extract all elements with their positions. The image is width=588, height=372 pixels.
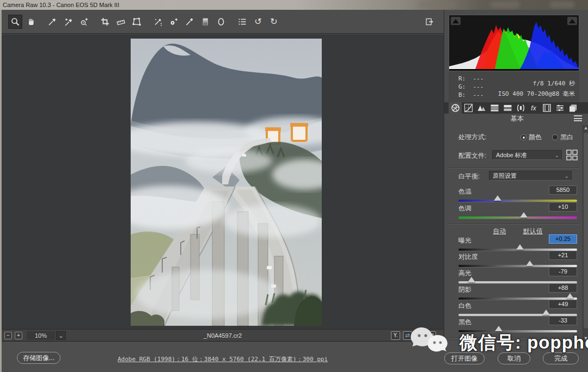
tab-lens-corrections[interactable] (514, 102, 527, 114)
tab-split-toning[interactable] (501, 102, 514, 114)
zoom-tool-icon[interactable] (8, 15, 22, 29)
straighten-tool-icon[interactable] (114, 15, 128, 29)
white-balance-tool-icon[interactable] (45, 15, 59, 29)
process-row: 处理方式: 颜色 黑白 (458, 133, 577, 142)
photo-preview[interactable] (131, 39, 322, 326)
tab-camera-calibration[interactable] (540, 102, 553, 114)
rotate-right-icon[interactable]: ↻ (267, 15, 281, 29)
tab-hsl-grayscale[interactable] (488, 102, 501, 114)
tint-slider-row: 色调 +10 (458, 204, 577, 213)
tint-value[interactable]: +10 (549, 202, 577, 212)
preview-bottom-strip: − + 10% ⌄ _N0A4597.cr2 Y. ⇄ ⇥ ▣ (2, 329, 444, 342)
highlights-value[interactable]: -79 (549, 267, 577, 276)
workflow-options-link[interactable]: Adobe RGB (1998)；16 位；3840 x 5760 (22.1 … (118, 356, 328, 363)
targeted-adjustment-tool-icon[interactable] (77, 15, 91, 29)
tab-snapshots[interactable] (566, 102, 579, 114)
iso-lens-label: ISO 400 70-200@88 毫米 (498, 89, 575, 99)
toolbar: ↺ ↻ (2, 10, 444, 34)
adjustment-brush-tool-icon[interactable] (182, 15, 197, 29)
rotate-left-icon[interactable]: ↺ (251, 15, 265, 29)
blurred-region (550, 1, 574, 8)
tab-presets[interactable] (553, 102, 566, 114)
cancel-button[interactable]: 取消 (498, 352, 530, 364)
white-balance-dropdown[interactable]: 原照设置⌄ (489, 171, 572, 181)
camera-raw-window: ↺ ↻ (0, 10, 588, 372)
exposure-slider-row: 曝光 +0.25 (458, 236, 577, 245)
b-value: --- (473, 91, 484, 98)
panel-scrollbar[interactable]: ▲ ▼ (583, 125, 588, 342)
blacks-slider[interactable] (458, 330, 577, 332)
auto-link[interactable]: 自动 (493, 227, 506, 235)
histogram[interactable] (449, 15, 579, 71)
basic-panel: 处理方式: 颜色 黑白 配置文件: Adobe 标准⌄ (444, 124, 581, 343)
copy-settings-button[interactable]: ⇥ (415, 331, 424, 340)
highlights-slider-row: 高光 -79 (458, 269, 577, 278)
window-title: Camera Raw 10.3 - Canon EOS 5D Mark III (3, 2, 119, 8)
done-button[interactable]: 完成 (543, 352, 579, 364)
spot-removal-tool-icon[interactable] (151, 15, 165, 29)
fullscreen-toggle-icon[interactable] (422, 15, 436, 29)
contrast-slider-row: 对比度 +21 (458, 252, 577, 262)
shadows-value[interactable]: +88 (549, 283, 577, 293)
radio-unselected-icon[interactable] (552, 134, 558, 140)
blurred-region (490, 1, 520, 8)
profile-row: 配置文件: Adobe 标准⌄ (458, 151, 577, 160)
temperature-value[interactable]: 5850 (549, 185, 577, 195)
profile-dropdown[interactable]: Adobe 标准⌄ (492, 150, 562, 160)
radio-selected-icon[interactable] (520, 134, 526, 140)
red-eye-tool-icon[interactable] (167, 15, 181, 29)
whites-slider-row: 白色 +49 (458, 301, 577, 311)
panel-header: 基本 (444, 114, 588, 124)
tab-basic[interactable] (449, 102, 462, 114)
tab-detail[interactable] (475, 102, 488, 114)
exposure-value[interactable]: +0.25 (549, 234, 577, 244)
shadows-slider-row: 阴影 +88 (458, 285, 577, 294)
scrollbar-thumb[interactable] (584, 133, 588, 328)
preferences-tool-icon[interactable] (235, 15, 249, 29)
whites-value[interactable]: +49 (549, 300, 577, 309)
radial-filter-tool-icon[interactable] (214, 15, 228, 29)
filename-label: _N0A4597.cr2 (2, 332, 444, 339)
exif-info: R: --- G: --- B: --- f/8 1/640 秒 ISO 400… (449, 71, 579, 102)
tab-effects[interactable]: fx (527, 102, 540, 114)
settings-panel: R: --- G: --- B: --- f/8 1/640 秒 ISO 400… (444, 10, 588, 343)
blacks-value[interactable]: -33 (549, 316, 577, 325)
graduated-filter-tool-icon[interactable] (198, 15, 212, 29)
aperture-shutter-label: f/8 1/640 秒 (498, 78, 575, 89)
white-balance-row: 白平衡: 原照设置⌄ (458, 172, 577, 181)
hand-tool-icon[interactable] (24, 15, 38, 29)
shadow-clipping-warning-icon[interactable] (451, 17, 461, 25)
process-color-radio[interactable]: 颜色 (520, 133, 542, 142)
panel-tabs: fx (444, 102, 588, 114)
process-bw-radio[interactable]: 黑白 (552, 133, 573, 142)
scroll-up-icon[interactable]: ▲ (583, 125, 588, 131)
transform-tool-icon[interactable] (130, 15, 144, 29)
swap-before-after-button[interactable]: ⇄ (403, 331, 412, 340)
image-preview-area[interactable] (2, 34, 444, 329)
r-value: --- (473, 75, 484, 82)
temperature-slider[interactable] (458, 200, 577, 202)
color-sampler-tool-icon[interactable] (61, 15, 75, 29)
panel-flyout-menu-icon[interactable] (574, 115, 582, 121)
tab-tone-curve[interactable] (462, 102, 475, 114)
open-image-button[interactable]: 打开图像 (444, 352, 485, 364)
bottom-bar: 存储图像... Adobe RGB (1998)；16 位；3840 x 576… (2, 342, 588, 372)
temperature-slider-row: 色温 5850 (458, 187, 577, 196)
toggle-preview-button[interactable]: ▣ (427, 331, 436, 340)
g-value: --- (473, 83, 484, 90)
highlight-clipping-warning-icon[interactable] (567, 17, 577, 25)
default-link[interactable]: 默认值 (523, 227, 543, 235)
blacks-slider-row: 黑色 -33 (458, 318, 577, 327)
title-bar: Camera Raw 10.3 - Canon EOS 5D Mark III (0, 0, 588, 10)
profile-browser-icon[interactable] (566, 150, 578, 160)
contrast-value[interactable]: +21 (549, 251, 577, 260)
scroll-down-icon[interactable]: ▼ (583, 336, 588, 341)
preview-mode-button[interactable]: Y. (391, 331, 400, 340)
crop-tool-icon[interactable] (98, 15, 112, 29)
tint-slider[interactable] (458, 216, 577, 219)
blurred-region (419, 1, 457, 8)
